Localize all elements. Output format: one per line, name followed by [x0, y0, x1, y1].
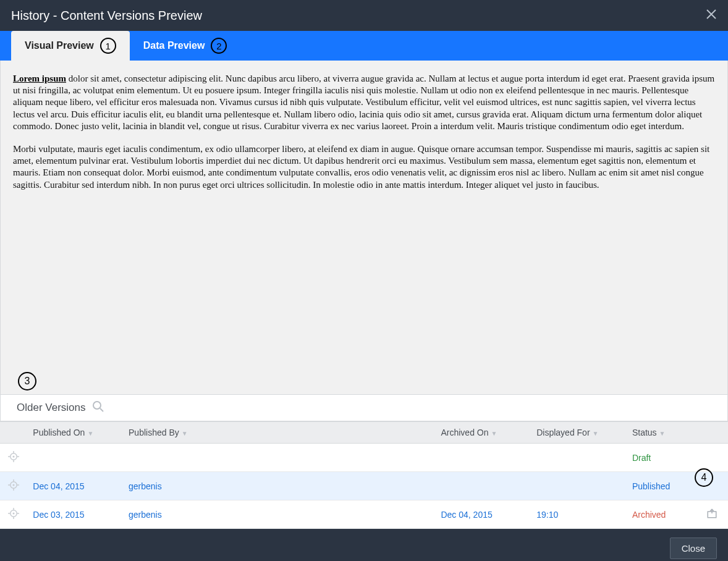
annotation-badge-4: 4: [695, 468, 713, 487]
table-row[interactable]: Draft: [0, 444, 728, 472]
restore-icon[interactable]: [706, 508, 717, 521]
lorem-ipsum-link[interactable]: Lorem ipsum: [13, 74, 66, 83]
cell-value: Draft: [632, 453, 651, 463]
versions-table-wrap: Published On▼ Published By▼ Archived On▼…: [0, 421, 728, 529]
preview-paragraph-1: Lorem ipsum dolor sit amet, consectetur …: [13, 73, 715, 132]
svg-point-9: [12, 484, 14, 486]
tab-label: Data Preview: [143, 40, 205, 51]
close-button[interactable]: Close: [670, 538, 717, 559]
paragraph-text: dolor sit amet, consectetur adipiscing e…: [13, 74, 714, 131]
col-header-archived-on[interactable]: Archived On▼: [434, 422, 530, 444]
close-icon[interactable]: [706, 9, 717, 23]
svg-line-1: [100, 408, 103, 411]
target-icon[interactable]: [8, 451, 19, 464]
sort-icon: ▼: [491, 430, 497, 437]
svg-point-15: [12, 513, 14, 515]
cell-value[interactable]: gerbenis: [129, 481, 162, 491]
svg-point-3: [12, 456, 14, 458]
search-icon[interactable]: [92, 400, 104, 415]
dialog-footer: Close: [0, 529, 728, 561]
header-text: Status: [632, 428, 657, 437]
col-header-published-on[interactable]: Published On▼: [27, 422, 122, 444]
col-header-status[interactable]: Status▼: [626, 422, 696, 444]
cell-value[interactable]: gerbenis: [129, 510, 162, 520]
preview-paragraph-2: Morbi vulputate, mauris eget iaculis con…: [13, 143, 715, 191]
sort-icon: ▼: [659, 430, 666, 437]
col-header-displayed-for[interactable]: Displayed For▼: [530, 422, 626, 444]
sort-icon: ▼: [87, 430, 93, 437]
sort-icon: ▼: [593, 430, 599, 437]
table-row[interactable]: Dec 04, 2015gerbenisPublished4: [0, 472, 728, 500]
annotation-badge-2: 2: [211, 38, 227, 54]
annotation-badge-3: 3: [18, 372, 36, 390]
versions-table: Published On▼ Published By▼ Archived On▼…: [0, 421, 728, 529]
cell-value[interactable]: Dec 04, 2015: [33, 481, 84, 491]
col-header-action: [696, 422, 728, 444]
target-icon[interactable]: [8, 508, 19, 521]
table-row[interactable]: Dec 03, 2015gerbenisDec 04, 201519:10Arc…: [0, 500, 728, 529]
col-header-icon: [0, 422, 27, 444]
cell-value[interactable]: Dec 04, 2015: [441, 510, 492, 520]
target-icon[interactable]: [8, 479, 19, 492]
dialog-title: History - Content Versions Preview: [11, 9, 202, 23]
cell-value: Published: [632, 481, 671, 491]
svg-point-0: [93, 402, 101, 409]
cell-value[interactable]: Dec 03, 2015: [33, 510, 84, 520]
header-text: Published By: [129, 428, 179, 437]
filter-bar: Older Versions: [0, 394, 728, 421]
header-text: Published On: [33, 428, 85, 437]
tab-visual-preview[interactable]: Visual Preview 1: [11, 31, 130, 61]
annotation-badge-1: 1: [100, 38, 116, 54]
tab-label: Visual Preview: [25, 40, 94, 51]
sort-icon: ▼: [182, 430, 188, 437]
titlebar: History - Content Versions Preview: [0, 0, 728, 31]
filter-label: Older Versions: [17, 402, 86, 414]
header-text: Archived On: [441, 428, 488, 437]
cell-value[interactable]: 19:10: [536, 510, 558, 520]
col-header-published-by[interactable]: Published By▼: [122, 422, 434, 444]
tab-bar: Visual Preview 1 Data Preview 2: [0, 31, 728, 61]
cell-value: Archived: [632, 510, 666, 520]
tab-data-preview[interactable]: Data Preview 2: [130, 31, 241, 61]
visual-preview-panel: Lorem ipsum dolor sit amet, consectetur …: [0, 61, 728, 394]
header-text: Displayed For: [536, 428, 590, 437]
